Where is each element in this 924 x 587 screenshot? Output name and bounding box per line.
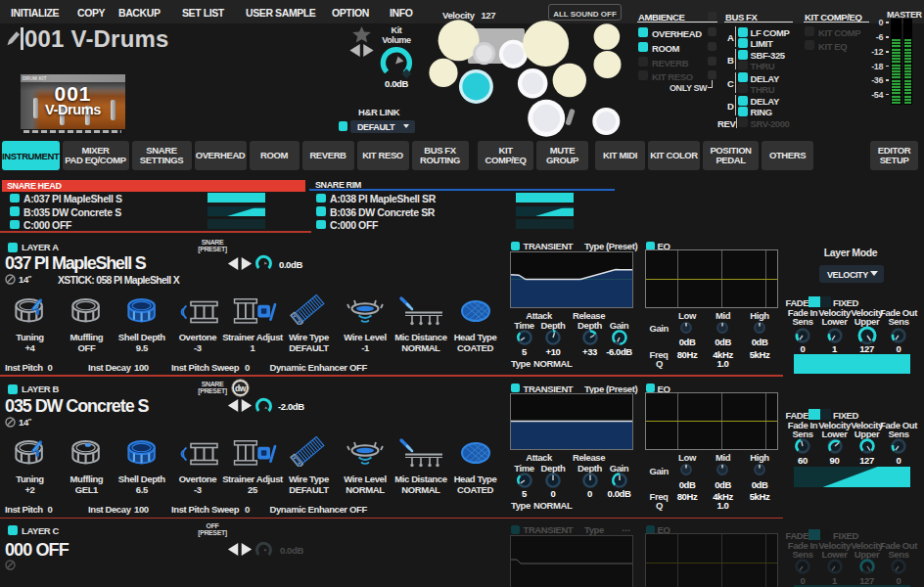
svg-text:dw: dw (235, 383, 247, 392)
